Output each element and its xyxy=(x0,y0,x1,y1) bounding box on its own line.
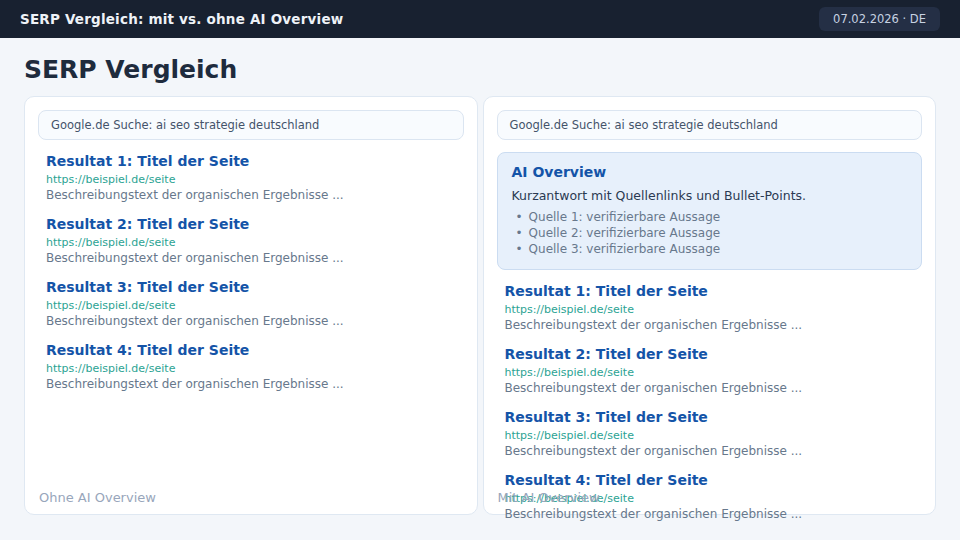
panel-ohne-ai-overview: Google.de Suche: ai seo strategie deutsc… xyxy=(24,96,478,515)
result-description: Beschreibungstext der organischen Ergebn… xyxy=(46,377,464,392)
result-description: Beschreibungstext der organischen Ergebn… xyxy=(46,188,464,203)
result-url: https://beispiel.de/seite xyxy=(46,173,464,186)
topbar-title: SERP Vergleich: mit vs. ohne AI Overview xyxy=(20,11,343,27)
result-item: Resultat 3: Titel der Seite https://beis… xyxy=(505,409,923,459)
result-item: Resultat 4: Titel der Seite https://beis… xyxy=(505,472,923,522)
result-url: https://beispiel.de/seite xyxy=(46,362,464,375)
result-title-link[interactable]: Resultat 1: Titel der Seite xyxy=(505,283,923,300)
page-title: SERP Vergleich xyxy=(24,55,936,84)
result-title-link[interactable]: Resultat 3: Titel der Seite xyxy=(46,279,464,296)
result-title-link[interactable]: Resultat 3: Titel der Seite xyxy=(505,409,923,426)
result-url: https://beispiel.de/seite xyxy=(505,366,923,379)
serp-comparison-panels: Google.de Suche: ai seo strategie deutsc… xyxy=(24,96,936,515)
result-url: https://beispiel.de/seite xyxy=(505,492,923,505)
ai-overview-summary: Kurzantwort mit Quellenlinks und Bullet-… xyxy=(512,188,908,203)
ai-source-item: Quelle 2: verifizierbare Aussage xyxy=(516,225,908,241)
result-item: Resultat 3: Titel der Seite https://beis… xyxy=(46,279,464,329)
result-item: Resultat 2: Titel der Seite https://beis… xyxy=(46,216,464,266)
panel-caption-ohne: Ohne AI Overview xyxy=(39,490,156,505)
result-url: https://beispiel.de/seite xyxy=(505,303,923,316)
result-title-link[interactable]: Resultat 2: Titel der Seite xyxy=(505,346,923,363)
result-url: https://beispiel.de/seite xyxy=(46,299,464,312)
result-item: Resultat 1: Titel der Seite https://beis… xyxy=(46,153,464,203)
ai-overview-title: AI Overview xyxy=(512,164,908,181)
result-url: https://beispiel.de/seite xyxy=(46,236,464,249)
ai-overview-box: AI Overview Kurzantwort mit Quellenlinks… xyxy=(497,152,923,270)
result-description: Beschreibungstext der organischen Ergebn… xyxy=(505,381,923,396)
page: SERP Vergleich Google.de Suche: ai seo s… xyxy=(0,55,960,515)
result-item: Resultat 4: Titel der Seite https://beis… xyxy=(46,342,464,392)
result-url: https://beispiel.de/seite xyxy=(505,429,923,442)
ai-source-item: Quelle 1: verifizierbare Aussage xyxy=(516,209,908,225)
result-description: Beschreibungstext der organischen Ergebn… xyxy=(505,507,923,522)
result-description: Beschreibungstext der organischen Ergebn… xyxy=(505,318,923,333)
search-input[interactable]: Google.de Suche: ai seo strategie deutsc… xyxy=(38,110,464,140)
ai-overview-sources: Quelle 1: verifizierbare Aussage Quelle … xyxy=(516,209,908,257)
result-description: Beschreibungstext der organischen Ergebn… xyxy=(46,314,464,329)
topbar: SERP Vergleich: mit vs. ohne AI Overview… xyxy=(0,0,960,38)
result-title-link[interactable]: Resultat 4: Titel der Seite xyxy=(505,472,923,489)
date-locale-badge: 07.02.2026 · DE xyxy=(819,7,940,31)
result-title-link[interactable]: Resultat 1: Titel der Seite xyxy=(46,153,464,170)
organic-results-list: Resultat 1: Titel der Seite https://beis… xyxy=(38,153,464,392)
result-item: Resultat 1: Titel der Seite https://beis… xyxy=(505,283,923,333)
search-input[interactable]: Google.de Suche: ai seo strategie deutsc… xyxy=(497,110,923,140)
organic-results-list: Resultat 1: Titel der Seite https://beis… xyxy=(497,283,923,522)
ai-source-item: Quelle 3: verifizierbare Aussage xyxy=(516,241,908,257)
result-description: Beschreibungstext der organischen Ergebn… xyxy=(46,251,464,266)
panel-mit-ai-overview: Google.de Suche: ai seo strategie deutsc… xyxy=(483,96,937,515)
result-item: Resultat 2: Titel der Seite https://beis… xyxy=(505,346,923,396)
result-description: Beschreibungstext der organischen Ergebn… xyxy=(505,444,923,459)
result-title-link[interactable]: Resultat 2: Titel der Seite xyxy=(46,216,464,233)
result-title-link[interactable]: Resultat 4: Titel der Seite xyxy=(46,342,464,359)
